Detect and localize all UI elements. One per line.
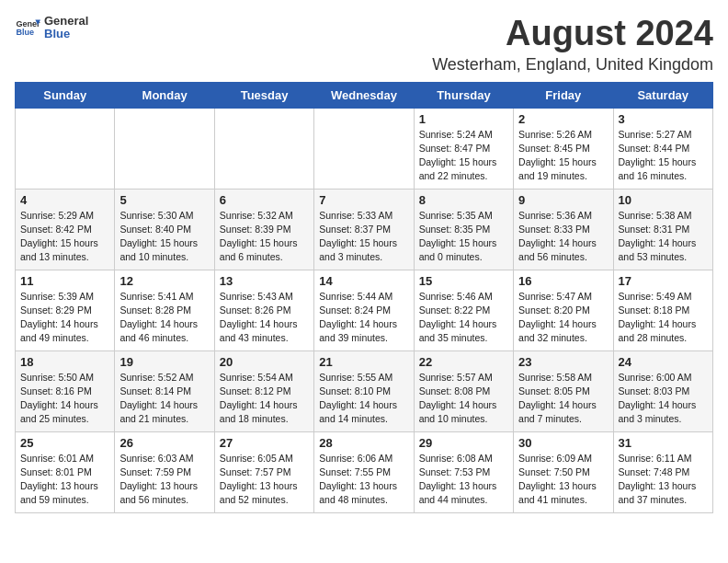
day-number: 7 bbox=[319, 193, 408, 207]
day-info: Sunrise: 6:06 AM Sunset: 7:55 PM Dayligh… bbox=[319, 452, 408, 508]
weekday-header-row: SundayMondayTuesdayWednesdayThursdayFrid… bbox=[16, 82, 713, 108]
calendar-cell: 14Sunrise: 5:44 AM Sunset: 8:24 PM Dayli… bbox=[314, 270, 414, 350]
calendar-cell bbox=[16, 108, 115, 189]
day-info: Sunrise: 6:08 AM Sunset: 7:53 PM Dayligh… bbox=[419, 452, 508, 508]
location-subtitle: Westerham, England, United Kingdom bbox=[432, 55, 713, 75]
logo-blue-text: Blue bbox=[44, 28, 88, 40]
calendar-cell bbox=[115, 108, 214, 189]
day-info: Sunrise: 5:49 AM Sunset: 8:18 PM Dayligh… bbox=[619, 290, 708, 346]
day-number: 16 bbox=[518, 274, 608, 288]
calendar-cell: 5Sunrise: 5:30 AM Sunset: 8:40 PM Daylig… bbox=[115, 189, 214, 270]
week-row-3: 11Sunrise: 5:39 AM Sunset: 8:29 PM Dayli… bbox=[16, 270, 713, 350]
day-number: 5 bbox=[119, 193, 209, 207]
calendar-cell: 15Sunrise: 5:46 AM Sunset: 8:22 PM Dayli… bbox=[414, 270, 513, 350]
day-info: Sunrise: 5:52 AM Sunset: 8:14 PM Dayligh… bbox=[119, 371, 209, 427]
weekday-header-thursday: Thursday bbox=[414, 82, 513, 108]
calendar-cell: 13Sunrise: 5:43 AM Sunset: 8:26 PM Dayli… bbox=[214, 270, 313, 350]
header: General Blue General Blue August 2024 We… bbox=[15, 15, 713, 75]
day-info: Sunrise: 5:29 AM Sunset: 8:42 PM Dayligh… bbox=[20, 209, 109, 265]
calendar-cell: 30Sunrise: 6:09 AM Sunset: 7:50 PM Dayli… bbox=[514, 431, 613, 512]
calendar-cell: 19Sunrise: 5:52 AM Sunset: 8:14 PM Dayli… bbox=[115, 350, 214, 431]
calendar-cell: 8Sunrise: 5:35 AM Sunset: 8:35 PM Daylig… bbox=[414, 189, 513, 270]
month-year-title: August 2024 bbox=[432, 15, 713, 53]
calendar-cell: 18Sunrise: 5:50 AM Sunset: 8:16 PM Dayli… bbox=[16, 350, 115, 431]
day-info: Sunrise: 6:00 AM Sunset: 8:03 PM Dayligh… bbox=[619, 371, 708, 427]
calendar-cell: 11Sunrise: 5:39 AM Sunset: 8:29 PM Dayli… bbox=[16, 270, 115, 350]
day-info: Sunrise: 6:05 AM Sunset: 7:57 PM Dayligh… bbox=[220, 452, 309, 508]
calendar-cell: 12Sunrise: 5:41 AM Sunset: 8:28 PM Dayli… bbox=[115, 270, 214, 350]
calendar-cell: 21Sunrise: 5:55 AM Sunset: 8:10 PM Dayli… bbox=[314, 350, 414, 431]
logo-general-text: General bbox=[44, 15, 88, 28]
day-info: Sunrise: 6:11 AM Sunset: 7:48 PM Dayligh… bbox=[619, 452, 708, 508]
weekday-header-tuesday: Tuesday bbox=[214, 82, 313, 108]
day-info: Sunrise: 5:33 AM Sunset: 8:37 PM Dayligh… bbox=[319, 209, 408, 265]
day-info: Sunrise: 5:27 AM Sunset: 8:44 PM Dayligh… bbox=[619, 128, 708, 184]
calendar-cell: 6Sunrise: 5:32 AM Sunset: 8:39 PM Daylig… bbox=[214, 189, 313, 270]
day-info: Sunrise: 5:26 AM Sunset: 8:45 PM Dayligh… bbox=[518, 128, 608, 184]
day-number: 2 bbox=[518, 112, 608, 126]
day-info: Sunrise: 5:24 AM Sunset: 8:47 PM Dayligh… bbox=[419, 128, 508, 184]
calendar-cell: 31Sunrise: 6:11 AM Sunset: 7:48 PM Dayli… bbox=[613, 431, 712, 512]
calendar-cell: 3Sunrise: 5:27 AM Sunset: 8:44 PM Daylig… bbox=[613, 108, 712, 189]
day-info: Sunrise: 5:36 AM Sunset: 8:33 PM Dayligh… bbox=[518, 209, 608, 265]
day-info: Sunrise: 5:54 AM Sunset: 8:12 PM Dayligh… bbox=[220, 371, 309, 427]
day-info: Sunrise: 5:55 AM Sunset: 8:10 PM Dayligh… bbox=[319, 371, 408, 427]
weekday-header-wednesday: Wednesday bbox=[314, 82, 414, 108]
day-number: 23 bbox=[518, 355, 608, 369]
day-number: 19 bbox=[119, 355, 209, 369]
day-number: 9 bbox=[518, 193, 608, 207]
day-number: 31 bbox=[619, 436, 708, 450]
calendar-cell: 27Sunrise: 6:05 AM Sunset: 7:57 PM Dayli… bbox=[214, 431, 313, 512]
logo-icon: General Blue bbox=[15, 15, 40, 40]
day-info: Sunrise: 6:09 AM Sunset: 7:50 PM Dayligh… bbox=[518, 452, 608, 508]
calendar-cell: 25Sunrise: 6:01 AM Sunset: 8:01 PM Dayli… bbox=[16, 431, 115, 512]
day-number: 30 bbox=[518, 436, 608, 450]
calendar-cell: 26Sunrise: 6:03 AM Sunset: 7:59 PM Dayli… bbox=[115, 431, 214, 512]
calendar-cell: 7Sunrise: 5:33 AM Sunset: 8:37 PM Daylig… bbox=[314, 189, 414, 270]
day-info: Sunrise: 5:30 AM Sunset: 8:40 PM Dayligh… bbox=[119, 209, 209, 265]
day-number: 20 bbox=[220, 355, 309, 369]
day-info: Sunrise: 5:39 AM Sunset: 8:29 PM Dayligh… bbox=[20, 290, 109, 346]
day-info: Sunrise: 5:46 AM Sunset: 8:22 PM Dayligh… bbox=[419, 290, 508, 346]
day-info: Sunrise: 5:44 AM Sunset: 8:24 PM Dayligh… bbox=[319, 290, 408, 346]
calendar-cell bbox=[214, 108, 313, 189]
day-info: Sunrise: 5:58 AM Sunset: 8:05 PM Dayligh… bbox=[518, 371, 608, 427]
day-number: 28 bbox=[319, 436, 408, 450]
weekday-header-sunday: Sunday bbox=[16, 82, 115, 108]
calendar-cell: 17Sunrise: 5:49 AM Sunset: 8:18 PM Dayli… bbox=[613, 270, 712, 350]
day-number: 12 bbox=[119, 274, 209, 288]
title-block: August 2024 Westerham, England, United K… bbox=[432, 15, 713, 75]
day-info: Sunrise: 6:01 AM Sunset: 8:01 PM Dayligh… bbox=[20, 452, 109, 508]
day-number: 10 bbox=[619, 193, 708, 207]
calendar-cell: 4Sunrise: 5:29 AM Sunset: 8:42 PM Daylig… bbox=[16, 189, 115, 270]
calendar-cell: 22Sunrise: 5:57 AM Sunset: 8:08 PM Dayli… bbox=[414, 350, 513, 431]
day-number: 14 bbox=[319, 274, 408, 288]
day-info: Sunrise: 5:41 AM Sunset: 8:28 PM Dayligh… bbox=[119, 290, 209, 346]
calendar-cell: 16Sunrise: 5:47 AM Sunset: 8:20 PM Dayli… bbox=[514, 270, 613, 350]
weekday-header-monday: Monday bbox=[115, 82, 214, 108]
weekday-header-friday: Friday bbox=[514, 82, 613, 108]
day-number: 22 bbox=[419, 355, 508, 369]
weekday-header-saturday: Saturday bbox=[613, 82, 712, 108]
week-row-2: 4Sunrise: 5:29 AM Sunset: 8:42 PM Daylig… bbox=[16, 189, 713, 270]
day-number: 18 bbox=[20, 355, 109, 369]
calendar-cell: 23Sunrise: 5:58 AM Sunset: 8:05 PM Dayli… bbox=[514, 350, 613, 431]
week-row-4: 18Sunrise: 5:50 AM Sunset: 8:16 PM Dayli… bbox=[16, 350, 713, 431]
day-number: 11 bbox=[20, 274, 109, 288]
day-number: 4 bbox=[20, 193, 109, 207]
day-info: Sunrise: 5:38 AM Sunset: 8:31 PM Dayligh… bbox=[619, 209, 708, 265]
calendar-table: SundayMondayTuesdayWednesdayThursdayFrid… bbox=[15, 82, 713, 513]
day-number: 15 bbox=[419, 274, 508, 288]
day-number: 17 bbox=[619, 274, 708, 288]
calendar-cell: 20Sunrise: 5:54 AM Sunset: 8:12 PM Dayli… bbox=[214, 350, 313, 431]
day-number: 29 bbox=[419, 436, 508, 450]
logo: General Blue General Blue bbox=[15, 15, 88, 41]
calendar-cell: 10Sunrise: 5:38 AM Sunset: 8:31 PM Dayli… bbox=[613, 189, 712, 270]
week-row-5: 25Sunrise: 6:01 AM Sunset: 8:01 PM Dayli… bbox=[16, 431, 713, 512]
calendar-cell: 1Sunrise: 5:24 AM Sunset: 8:47 PM Daylig… bbox=[414, 108, 513, 189]
day-number: 3 bbox=[619, 112, 708, 126]
calendar-cell: 9Sunrise: 5:36 AM Sunset: 8:33 PM Daylig… bbox=[514, 189, 613, 270]
calendar-cell: 2Sunrise: 5:26 AM Sunset: 8:45 PM Daylig… bbox=[514, 108, 613, 189]
calendar-cell bbox=[314, 108, 414, 189]
day-info: Sunrise: 5:32 AM Sunset: 8:39 PM Dayligh… bbox=[220, 209, 309, 265]
